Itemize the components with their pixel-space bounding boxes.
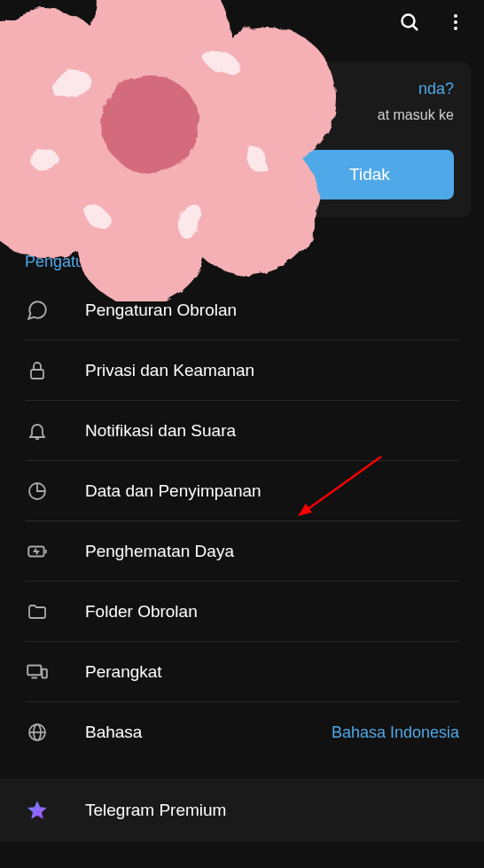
banner-no-label: Tidak xyxy=(349,165,390,184)
setting-label: Penghematan Daya xyxy=(85,542,459,561)
banner-title: nda? xyxy=(30,80,454,98)
setting-item-language[interactable]: Bahasa Bahasa Indonesia xyxy=(25,702,459,762)
pie-chart-icon xyxy=(25,479,50,504)
setting-label: Notifikasi dan Suara xyxy=(85,421,459,441)
login-banner: nda? at masuk ke Tidak xyxy=(12,62,472,217)
chat-bubble-icon xyxy=(25,298,50,323)
setting-label: Data dan Penyimpanan xyxy=(85,481,459,501)
premium-label: Telegram Premium xyxy=(85,801,459,820)
setting-item-chat[interactable]: Pengaturan Obrolan xyxy=(25,280,459,340)
setting-label: Pengaturan Obrolan xyxy=(85,301,459,320)
more-vertical-icon[interactable] xyxy=(445,12,466,33)
topbar xyxy=(0,0,484,44)
svg-line-1 xyxy=(413,26,418,30)
banner-subtitle: at masuk ke xyxy=(30,107,454,123)
setting-label: Privasi dan Keamanan xyxy=(85,361,459,380)
battery-icon xyxy=(25,539,50,564)
globe-icon xyxy=(25,720,50,745)
svg-rect-25 xyxy=(42,669,46,677)
setting-label: Folder Obrolan xyxy=(85,602,459,622)
svg-point-2 xyxy=(454,14,457,18)
setting-item-devices[interactable]: Perangkat xyxy=(25,642,459,702)
section-header-pengaturan: Pengaturan xyxy=(0,217,484,280)
star-icon xyxy=(25,798,50,823)
devices-icon xyxy=(25,660,50,684)
setting-item-chat-folders[interactable]: Folder Obrolan xyxy=(25,582,459,642)
settings-list: Pengaturan Obrolan Privasi dan Keamanan … xyxy=(0,280,484,762)
bell-icon xyxy=(25,418,50,443)
svg-point-3 xyxy=(454,20,457,24)
setting-value-language: Bahasa Indonesia xyxy=(332,723,459,742)
svg-rect-21 xyxy=(31,370,43,379)
setting-item-privacy[interactable]: Privasi dan Keamanan xyxy=(25,340,459,401)
folder-icon xyxy=(25,599,50,624)
banner-no-button[interactable]: Tidak xyxy=(285,150,454,199)
setting-label: Perangkat xyxy=(85,662,459,682)
setting-item-power-saving[interactable]: Penghematan Daya xyxy=(25,521,459,582)
svg-point-0 xyxy=(402,15,415,27)
setting-item-notifications[interactable]: Notifikasi dan Suara xyxy=(25,401,459,461)
premium-item[interactable]: Telegram Premium xyxy=(25,778,459,842)
search-icon[interactable] xyxy=(399,12,420,33)
setting-label: Bahasa xyxy=(85,723,332,742)
svg-point-4 xyxy=(454,27,457,30)
premium-section: Telegram Premium xyxy=(0,778,484,842)
svg-rect-24 xyxy=(27,665,41,675)
lock-icon xyxy=(25,358,50,383)
setting-item-data-storage[interactable]: Data dan Penyimpanan xyxy=(25,461,459,521)
